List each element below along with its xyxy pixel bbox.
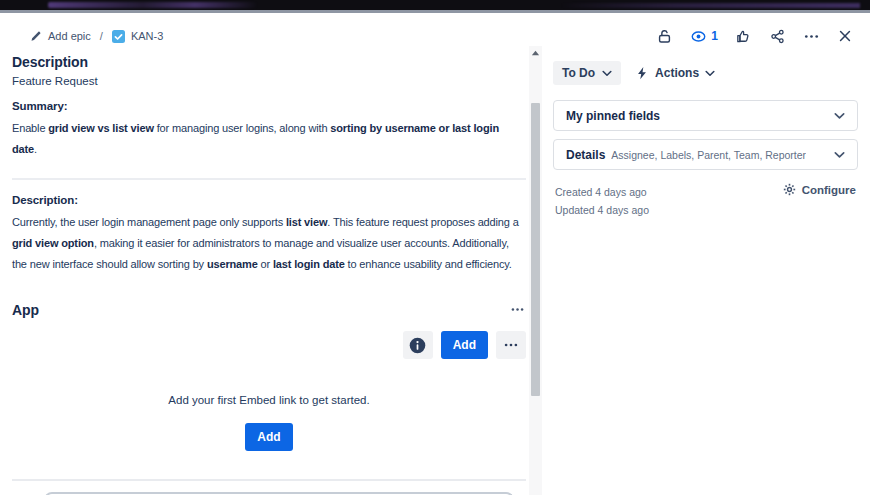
info-icon — [408, 336, 427, 355]
unlock-icon — [656, 28, 673, 45]
status-row: To Do Actions — [553, 61, 858, 85]
browser-chrome-remnant — [48, 2, 258, 8]
app-info-button[interactable] — [403, 331, 433, 359]
configure-label: Configure — [802, 184, 856, 196]
scrollbar-thumb[interactable] — [531, 103, 540, 396]
like-button[interactable] — [734, 27, 753, 46]
ellipsis-icon — [803, 28, 820, 45]
browser-chrome-bar — [0, 0, 870, 13]
issue-sidebar: To Do Actions My pinned fields Details A… — [553, 48, 858, 219]
chevron-down-icon — [705, 70, 715, 77]
issue-dates: Created 4 days ago Updated 4 days ago — [555, 183, 649, 219]
thumbs-up-icon — [735, 28, 752, 45]
breadcrumb-issue-key-label: KAN-3 — [131, 30, 163, 42]
breadcrumb-add-epic-label: Add epic — [48, 30, 91, 42]
bottom-divider — [12, 479, 526, 481]
breadcrumb-separator: / — [100, 30, 103, 42]
issue-main-content: Description Feature Request Summary: Ena… — [12, 48, 526, 451]
embed-add-button[interactable]: Add — [245, 423, 292, 451]
share-icon — [769, 28, 786, 45]
breadcrumb-issue-key[interactable]: KAN-3 — [112, 30, 163, 43]
created-date: Created 4 days ago — [555, 183, 649, 201]
close-icon — [837, 28, 853, 44]
chevron-down-icon — [834, 112, 845, 120]
eye-icon — [690, 28, 707, 45]
details-panel-header: Details Assignee, Labels, Parent, Team, … — [566, 148, 806, 162]
app-section-header: App — [12, 301, 526, 318]
more-actions-button[interactable] — [802, 27, 821, 46]
status-label: To Do — [562, 66, 595, 80]
embed-empty-state: Add your first Embed link to get started… — [12, 394, 526, 451]
app-overflow-button[interactable] — [496, 331, 526, 359]
embed-prompt-text: Add your first Embed link to get started… — [12, 394, 526, 406]
ellipsis-icon — [510, 302, 525, 317]
left-pane-scrollbar[interactable] — [529, 46, 542, 495]
browser-chrome-remnant — [560, 3, 860, 8]
chevron-down-icon — [834, 151, 845, 159]
watch-button[interactable]: 1 — [689, 27, 719, 46]
app-more-button[interactable] — [509, 301, 526, 318]
issue-modal-header: Add epic / KAN-3 1 — [30, 26, 854, 46]
share-button[interactable] — [768, 27, 787, 46]
content-divider — [12, 178, 526, 180]
status-dropdown[interactable]: To Do — [553, 61, 621, 85]
configure-button[interactable]: Configure — [783, 183, 856, 196]
actions-label: Actions — [655, 66, 699, 80]
task-checkbox-icon — [112, 30, 125, 43]
breadcrumb: Add epic / KAN-3 — [30, 30, 163, 43]
watch-count: 1 — [711, 29, 718, 43]
header-actions: 1 — [655, 27, 854, 46]
summary-text[interactable]: Enable grid view vs list view for managi… — [12, 118, 526, 160]
chevron-down-icon — [602, 70, 612, 77]
description-body-label[interactable]: Description: — [12, 194, 526, 206]
description-type-label[interactable]: Feature Request — [12, 75, 526, 87]
app-toolbar: Add — [12, 331, 526, 359]
actions-dropdown[interactable]: Actions — [635, 61, 715, 85]
pinned-fields-panel[interactable]: My pinned fields — [553, 100, 858, 131]
description-body-text[interactable]: Currently, the user login management pag… — [12, 212, 526, 275]
scroll-up-arrow-icon[interactable] — [529, 49, 542, 59]
issue-meta-row: Created 4 days ago Updated 4 days ago Co… — [553, 183, 858, 219]
description-section-title: Description — [12, 54, 526, 70]
close-button[interactable] — [836, 27, 854, 45]
lock-button[interactable] — [655, 27, 674, 46]
breadcrumb-add-epic[interactable]: Add epic — [30, 30, 91, 42]
details-title: Details — [566, 148, 605, 162]
updated-date: Updated 4 days ago — [555, 201, 649, 219]
details-fields-summary: Assignee, Labels, Parent, Team, Reporter — [611, 149, 806, 161]
pinned-fields-title: My pinned fields — [566, 109, 660, 123]
summary-label[interactable]: Summary: — [12, 100, 526, 112]
app-add-button[interactable]: Add — [441, 331, 488, 359]
gear-icon — [783, 183, 796, 196]
app-section-title: App — [12, 302, 39, 318]
details-panel[interactable]: Details Assignee, Labels, Parent, Team, … — [553, 139, 858, 170]
ellipsis-icon — [503, 337, 519, 353]
lightning-icon — [635, 66, 649, 80]
pencil-icon — [30, 30, 42, 42]
